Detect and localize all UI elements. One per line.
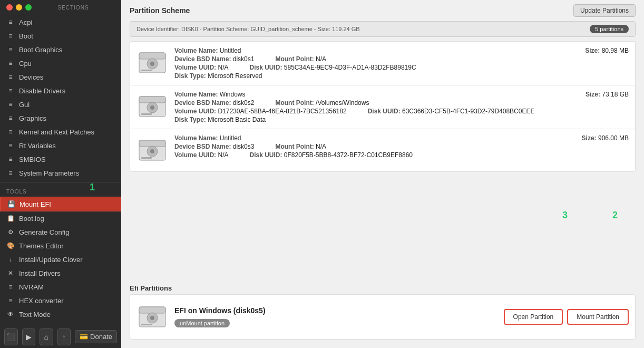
sidebar-item-system-parameters[interactable]: ≡ System Parameters	[0, 166, 121, 180]
sidebar-item-nvram[interactable]: ≡ NVRAM	[0, 280, 121, 294]
main-content: Partition Scheme Update Partitions Devic…	[121, 0, 644, 348]
sidebar: SECTIONS ≡ Acpi ≡ Boot ≡ Boot Graphics ≡…	[0, 0, 121, 348]
efi-disk-icon	[136, 301, 168, 333]
sidebar-item-boot-log[interactable]: 📋 Boot.log	[0, 211, 121, 225]
open-partition-button[interactable]: Open Partition	[504, 309, 563, 325]
disk-uuid-label: Disk UUID:	[368, 108, 401, 115]
device-bsd-label: Device BSD Name:	[174, 143, 231, 150]
sidebar-item-install-clover[interactable]: ↓ Install/Update Clover	[0, 253, 121, 266]
sidebar-item-kernel-kext[interactable]: ≡ Kernel and Kext Patches	[0, 125, 121, 139]
sidebar-item-boot[interactable]: ≡ Boot	[0, 29, 121, 43]
minimize-button[interactable]	[16, 4, 22, 11]
sidebar-item-label: Boot	[19, 32, 33, 40]
sidebar-item-boot-graphics[interactable]: ≡ Boot Graphics	[0, 43, 121, 56]
details-row: Disk Type: Microsoft Reserved	[174, 72, 629, 80]
sidebar-item-acpi[interactable]: ≡ Acpi	[0, 15, 121, 29]
detail-item: Disk UUID: 63C366D3-CF5B-4FC1-93D2-79D40…	[368, 108, 535, 115]
svg-rect-9	[141, 113, 152, 115]
efi-partition-box: EFI on Windows (disk0s5) unMount partiti…	[130, 294, 636, 340]
volume-uuid-value: D17230AE-58BA-46EA-821B-7BC521356182	[218, 108, 346, 115]
donate-label: Donate	[90, 333, 112, 341]
close-button[interactable]	[6, 4, 13, 11]
disk-uuid-value: 63C366D3-CF5B-4FC1-93D2-79D408BC0EEE	[402, 108, 534, 115]
sidebar-item-cpu[interactable]: ≡ Cpu	[0, 56, 121, 70]
update-partitions-button[interactable]: Update Partitions	[573, 4, 636, 17]
efi-actions: Open Partition Mount Partition	[504, 309, 629, 325]
detail-item: Volume UUID: N/A	[174, 151, 228, 159]
sections-list: ≡ Acpi ≡ Boot ≡ Boot Graphics ≡ Cpu ≡ De…	[0, 15, 121, 325]
sidebar-item-disable-drivers[interactable]: ≡ Disable Drivers	[0, 84, 121, 98]
disk-icon-2	[136, 91, 168, 122]
detail-item: Volume Name: Windows	[174, 91, 246, 98]
details-row: Volume UUID: D17230AE-58BA-46EA-821B-7BC…	[174, 108, 629, 115]
maximize-button[interactable]	[25, 4, 32, 11]
hex-converter-icon: ≡	[6, 296, 15, 305]
partition-info-bar: Device Identifier: DISK0 - Partition Sch…	[130, 21, 636, 37]
sidebar-item-install-drivers[interactable]: ✕ Install Drivers	[0, 266, 121, 280]
partition-row: Volume Name: Untitled Size: 906.00 MB De…	[130, 129, 636, 172]
generate-config-icon: ⚙	[6, 228, 15, 236]
sidebar-item-label: Boot.log	[19, 215, 44, 223]
size-label: Size:	[586, 91, 600, 98]
sidebar-item-graphics[interactable]: ≡ Graphics	[0, 111, 121, 125]
size-value: 73.18 GB	[602, 91, 629, 98]
cpu-icon: ≡	[6, 59, 15, 67]
device-bsd-value: disk0s3	[233, 143, 255, 150]
sidebar-item-mount-efi[interactable]: 💾 Mount EFI	[0, 197, 121, 211]
sidebar-item-hex-converter[interactable]: ≡ HEX converter	[0, 294, 121, 307]
detail-item: Disk UUID: 0F820F5B-5BB8-4372-BF72-C01CB…	[249, 151, 413, 159]
detail-item: Disk UUID: 585C34AE-9EC9-4D3F-AD1A-83D2F…	[249, 64, 416, 71]
device-bsd-value: disk0s1	[233, 55, 255, 63]
device-bsd-label: Device BSD Name:	[174, 55, 231, 63]
svg-rect-4	[141, 70, 152, 71]
volume-uuid-label: Volume UUID:	[174, 151, 216, 159]
toolbar-btn-2[interactable]: ▶	[22, 328, 36, 345]
toolbar-btn-1[interactable]: ⬛	[4, 328, 18, 345]
smbios-icon: ≡	[6, 155, 15, 163]
toolbar-btn-3[interactable]: ⌂	[40, 328, 53, 345]
tools-divider	[0, 182, 121, 182]
disk-uuid-label: Disk UUID:	[249, 64, 282, 71]
details-row: Volume UUID: N/A Disk UUID: 0F820F5B-5BB…	[174, 151, 629, 159]
detail-item: Mount Point: N/A	[275, 143, 326, 150]
partitions-container: Volume Name: Untitled Size: 80.98 MB Dev…	[121, 41, 644, 280]
disable-drivers-icon: ≡	[6, 86, 15, 95]
sidebar-item-devices[interactable]: ≡ Devices	[0, 70, 121, 84]
volume-name-label: Volume Name:	[174, 91, 218, 98]
sidebar-item-label: Text Mode	[19, 311, 51, 318]
install-drivers-icon: ✕	[6, 269, 15, 277]
sidebar-item-rt-variables[interactable]: ≡ Rt Variables	[0, 139, 121, 152]
sidebar-item-label: Install Drivers	[19, 269, 61, 277]
sidebar-item-label: Mount EFI	[19, 200, 51, 208]
disk-type-label: Disk Type:	[174, 72, 206, 80]
toolbar-btn-4[interactable]: ↑	[57, 328, 71, 345]
detail-item: Device BSD Name: disk0s2	[174, 99, 254, 107]
mount-efi-icon: 💾	[7, 200, 15, 208]
donate-button[interactable]: 💳 Donate	[75, 330, 117, 343]
volume-name-label: Volume Name:	[174, 47, 218, 54]
disk-uuid-value: 585C34AE-9EC9-4D3F-AD1A-83D2FB89819C	[284, 64, 416, 71]
sidebar-item-themes-editor[interactable]: 🎨 Themes Editor	[0, 239, 121, 253]
devices-icon: ≡	[6, 73, 15, 81]
tools-label: TOOLS	[0, 185, 121, 197]
sidebar-item-label: SMBIOS	[19, 156, 46, 163]
sidebar-item-label: HEX converter	[19, 297, 64, 305]
sidebar-item-gui[interactable]: ≡ Gui	[0, 98, 121, 111]
mount-partition-button[interactable]: Mount Partition	[567, 309, 629, 325]
size-label: Size:	[585, 47, 600, 54]
volume-uuid-value: N/A	[218, 64, 228, 71]
sidebar-item-label: Install/Update Clover	[19, 256, 83, 264]
volume-name-value: Windows	[220, 91, 246, 98]
sidebar-item-label: Kernel and Kext Patches	[19, 128, 94, 136]
sidebar-item-smbios[interactable]: ≡ SMBIOS	[0, 152, 121, 166]
detail-item: Volume UUID: N/A	[174, 64, 228, 71]
sidebar-item-label: Acpi	[19, 18, 32, 26]
svg-rect-16	[139, 307, 165, 313]
partition-row: Volume Name: Windows Size: 73.18 GB Devi…	[130, 85, 636, 129]
sidebar-item-text-mode[interactable]: 👁 Text Mode	[0, 307, 121, 321]
acpi-icon: ≡	[6, 18, 15, 26]
sidebar-item-generate-config[interactable]: ⚙ Generate Config	[0, 225, 121, 239]
detail-item: Volume UUID: D17230AE-58BA-46EA-821B-7BC…	[174, 108, 347, 115]
install-clover-icon: ↓	[6, 255, 15, 264]
partition-scheme-title: Partition Scheme	[130, 6, 190, 15]
